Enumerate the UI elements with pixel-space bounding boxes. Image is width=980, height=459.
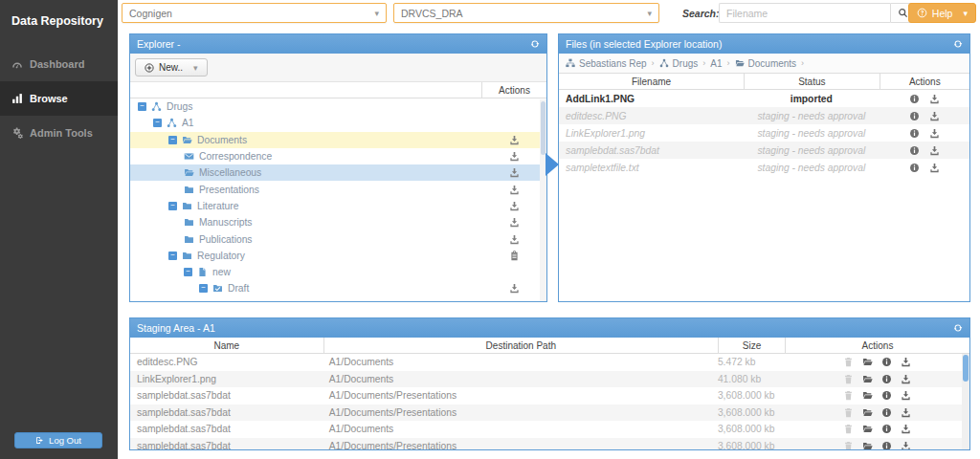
tree-collapse-icon[interactable]: − [168,136,177,144]
tree-row[interactable]: Documents [130,297,546,302]
sidebar-item-admin-tools[interactable]: Admin Tools [0,116,118,150]
tree-row[interactable]: Presentations [130,181,546,197]
sidebar-item-browse[interactable]: Browse [0,81,118,116]
info-icon[interactable] [909,145,920,156]
search-label: Search: [682,8,720,19]
tree-row-actions [481,135,546,145]
refresh-icon[interactable] [953,39,963,49]
trash-icon[interactable] [843,424,854,434]
trash-icon[interactable] [843,407,854,418]
tree-row-actions [481,185,546,195]
download-icon[interactable] [901,441,911,450]
explorer-scrollbar[interactable] [540,99,546,301]
refresh-icon[interactable] [953,323,963,333]
trash-icon[interactable] [843,390,854,401]
tree-node-label: Publications [199,234,481,245]
download-icon[interactable] [509,185,520,195]
info-icon[interactable] [881,441,892,450]
info-icon[interactable] [881,407,892,418]
staging-panel-title: Staging Area - A1 [137,322,215,334]
tree-collapse-icon[interactable]: − [168,202,177,210]
download-icon[interactable] [901,407,911,418]
info-icon[interactable] [909,111,920,121]
context-select[interactable]: DRVCS_DRA ▾ [393,3,659,23]
tree-node-label: Correspondence [199,151,481,162]
trash-icon[interactable] [843,374,854,384]
sidebar-item-dashboard[interactable]: Dashboard [0,47,118,81]
tree-row[interactable]: Publications [130,230,546,247]
tree-row[interactable]: −A1 [130,115,546,131]
download-icon[interactable] [929,145,940,156]
download-icon[interactable] [509,300,520,302]
download-icon[interactable] [901,357,911,367]
folder-open-icon[interactable] [862,407,873,418]
download-icon[interactable] [901,390,911,401]
tree-row[interactable]: Manuscripts [130,214,546,230]
refresh-icon[interactable] [530,39,540,49]
scrollbar-thumb[interactable] [541,101,546,155]
breadcrumb-item[interactable]: A1 [710,58,722,69]
folder-open-icon[interactable] [862,374,873,384]
folder-open-icon[interactable] [862,424,873,434]
info-icon[interactable] [881,424,892,434]
info-icon[interactable] [909,163,920,173]
info-icon[interactable] [881,390,892,401]
staging-row: editdesc.PNGA1/Documents5.472 kb [130,354,969,371]
staging-file-name: samplebdat.sas7bdat [130,441,323,450]
download-icon[interactable] [901,424,911,434]
trash-icon[interactable] [843,441,854,450]
info-icon[interactable] [909,94,920,104]
breadcrumb-separator: › [652,58,655,68]
help-button[interactable]: Help ▾ [908,3,976,23]
clipboard-icon[interactable] [509,251,520,261]
new-button[interactable]: New.. ▾ [135,58,208,76]
tree-collapse-icon[interactable]: − [199,284,208,293]
tree-node-label: A1 [182,118,481,128]
folder-open-icon[interactable] [862,441,873,450]
staging-row-actions [785,407,969,418]
tree-collapse-icon[interactable]: − [153,119,162,127]
breadcrumb-item[interactable]: Sebastians Rep [566,58,647,69]
download-icon[interactable] [929,94,940,104]
download-icon[interactable] [509,283,520,294]
tree-row[interactable]: −Drugs [130,98,546,115]
download-icon[interactable] [509,135,520,145]
trash-icon[interactable] [843,357,854,367]
folder-open-icon[interactable] [862,357,873,367]
tree-row[interactable]: −Literature [130,198,546,214]
logout-button[interactable]: Log Out [14,432,102,448]
download-icon[interactable] [929,111,940,121]
tree-row[interactable]: −Regulatory [130,248,546,264]
destination-path: A1/Documents [323,374,718,384]
scrollbar-thumb[interactable] [963,355,969,382]
info-icon[interactable] [881,374,892,384]
column-header-actions: Actions [481,82,546,98]
download-icon[interactable] [509,217,520,228]
download-icon[interactable] [509,234,520,245]
folder-open-icon[interactable] [862,390,873,401]
download-icon[interactable] [901,374,911,384]
info-icon[interactable] [881,357,892,367]
tree-row[interactable]: Miscellaneous [130,164,546,181]
tree-row[interactable]: Correspondence [130,148,546,164]
tree-row[interactable]: −Documents [130,132,546,148]
download-icon[interactable] [509,151,520,162]
download-icon[interactable] [509,167,520,178]
sidebar: Data Repository DashboardBrowseAdmin Too… [0,0,118,459]
tree-collapse-icon[interactable]: − [138,102,146,111]
info-icon[interactable] [909,128,920,139]
download-icon[interactable] [929,163,940,173]
download-icon[interactable] [929,128,940,139]
search-input[interactable] [719,3,890,23]
breadcrumb-item[interactable]: Drugs [659,58,699,69]
download-icon[interactable] [509,201,520,211]
sitemap-icon [566,58,575,68]
staging-scrollbar[interactable] [962,354,969,450]
repository-select[interactable]: Cognigen ▾ [122,3,387,23]
tree-collapse-icon[interactable]: − [184,268,192,276]
breadcrumb-item[interactable]: Documents [735,58,797,69]
staging-row: samplebdat.sas7bdatA1/Documents/Presenta… [130,404,969,422]
tree-row[interactable]: −Draft [130,280,546,296]
tree-collapse-icon[interactable]: − [168,251,177,260]
tree-row[interactable]: −new [130,264,546,280]
